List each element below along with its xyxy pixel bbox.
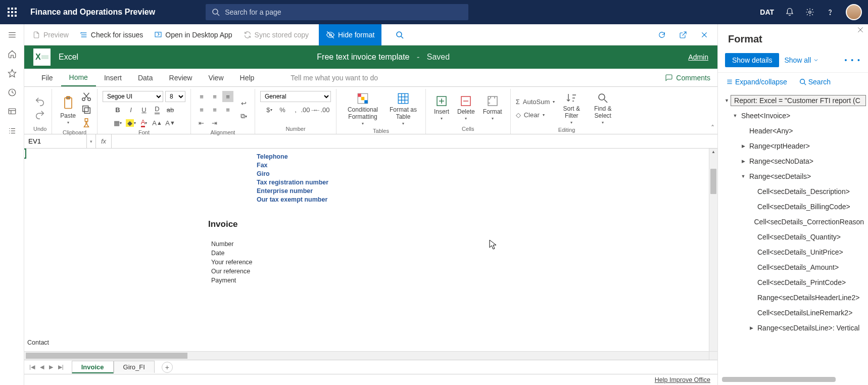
excel-user[interactable]: Admin [688,53,708,61]
ribbon-tab-review[interactable]: Review [161,69,201,86]
twisty-open-icon[interactable]: ▼ [723,98,731,103]
tree-node[interactable]: Cell<secDetails_Amount> [723,260,866,275]
currency-button[interactable]: $▾ [264,104,275,115]
ribbon-tab-home[interactable]: Home [61,69,96,86]
increase-decimal-button[interactable]: .00→ [303,104,314,115]
underline-button[interactable]: U [138,104,150,115]
twisty-closed-icon[interactable]: ▶ [739,143,747,149]
number-format-select[interactable]: General [260,91,331,102]
star-icon[interactable] [8,69,17,78]
bold-button[interactable]: B [112,104,123,115]
ribbon-tab-data[interactable]: Data [130,69,161,86]
grow-font-button[interactable]: A▲ [152,117,163,128]
close-button[interactable] [698,29,710,41]
hide-format-button[interactable]: Hide format [319,24,381,45]
clear-button[interactable]: ◇ Clear▾ [516,110,545,121]
tree-node[interactable]: ▼Sheet<Invoice> [723,108,866,123]
tree-node[interactable]: Cell<secDetails_CorrectionReason [723,214,866,229]
decrease-indent-button[interactable]: ⇤ [196,117,207,128]
ribbon-tab-help[interactable]: Help [232,69,263,86]
tree-node[interactable]: ▼Report: Excel = "Customer FTI report (C [723,93,866,108]
environment-badge[interactable]: DAT [760,8,774,16]
italic-button[interactable]: I [125,104,136,115]
align-right-button[interactable]: ≡ [222,104,233,115]
tree-node[interactable]: Cell<secDetails_UnitPrice> [723,245,866,260]
refresh-button[interactable] [656,29,668,41]
workspaces-icon[interactable] [8,107,17,116]
search-tree-button[interactable]: Search [799,78,831,86]
increase-indent-button[interactable]: ⇥ [209,117,220,128]
collapse-ribbon-button[interactable]: ˄ [711,124,714,132]
check-issues-button[interactable]: Check for issues [79,29,144,41]
sheet-tab-giro[interactable]: Giro_FI [114,361,155,373]
tree-node[interactable]: Cell<secDetails_BillingCode> [723,199,866,214]
double-underline-button[interactable]: D [152,104,163,115]
font-color-button[interactable]: A▾ [138,117,150,128]
tell-me-input[interactable]: Tell me what you want to do [282,69,386,86]
shrink-font-button[interactable]: A▼ [165,117,176,128]
align-left-button[interactable]: ≡ [196,104,207,115]
format-as-table-button[interactable]: Format as Table▾ [386,91,420,127]
formula-input[interactable] [112,134,717,148]
recent-icon[interactable] [8,88,17,97]
tree-node[interactable]: ▶Range<rptHeader> [723,138,866,154]
twisty-closed-icon[interactable]: ▶ [747,325,755,330]
vertical-scrollbar[interactable] [709,149,717,360]
ribbon-tab-view[interactable]: View [200,69,231,86]
help-improve-link[interactable]: Help Improve Office [655,376,710,383]
align-bottom-button[interactable]: ≡ [222,91,233,102]
format-cells-button[interactable]: Format▾ [480,94,505,122]
template-field[interactable]: Telephone [257,153,709,161]
font-name-select[interactable]: Segoe UI [103,91,163,102]
toolbar-search-button[interactable] [394,29,406,41]
copy-icon[interactable] [81,104,92,115]
cut-icon[interactable] [81,91,92,102]
name-box-input[interactable] [24,134,87,148]
sheet-nav-prev-icon[interactable]: ◀ [40,364,44,370]
tree-node[interactable]: Cell<secDetailsLineRemark2> [723,305,866,320]
strike-button[interactable]: ab [165,104,176,115]
template-field[interactable]: Tax registration number [257,178,709,187]
wrap-text-button[interactable]: ↩ [238,98,250,109]
twisty-open-icon[interactable]: ▼ [731,113,739,118]
template-field[interactable]: Your reference [211,258,709,267]
decrease-decimal-button[interactable]: ←.00 [316,104,327,115]
excel-document-name[interactable]: Free text invoice template [317,53,409,61]
format-painter-icon[interactable] [81,117,92,128]
tree-node[interactable]: Range<secDetailsHeaderLine2> [723,290,866,305]
autosum-button[interactable]: Σ AutoSum▾ [516,97,555,108]
template-field[interactable]: Number [211,239,709,249]
template-field[interactable]: Payment [211,276,709,285]
align-middle-button[interactable]: ≡ [209,91,220,102]
spreadsheet-grid[interactable]: Telephone Fax Giro Tax registration numb… [24,149,717,360]
find-select-button[interactable]: Find & Select▾ [588,91,617,126]
help-icon[interactable] [826,8,835,17]
sort-filter-button[interactable]: Sort & Filter▾ [557,91,586,126]
sheet-tab-invoice[interactable]: Invoice [72,361,114,373]
tree-node[interactable]: ▼Range<secDetails> [723,169,866,184]
modules-icon[interactable] [8,126,17,135]
sheet-nav-last-icon[interactable]: ▶| [58,364,64,370]
preview-button[interactable]: Preview [31,29,70,41]
user-avatar[interactable] [846,4,862,20]
panel-horizontal-scrollbar[interactable] [722,377,864,382]
template-field[interactable]: Enterprise number [257,187,709,196]
panel-close-button[interactable] [857,26,864,33]
insert-cells-button[interactable]: Insert▾ [431,94,452,122]
conditional-formatting-button[interactable]: Conditional Formatting▾ [342,91,384,127]
comma-button[interactable]: , [290,104,301,115]
border-button[interactable]: ▦▾ [112,117,123,128]
template-field[interactable]: Our reference [211,267,709,276]
sheet-nav-first-icon[interactable]: |◀ [29,364,35,370]
contact-label[interactable]: Contact [27,338,49,347]
tree-node[interactable]: Cell<secDetails_Quantity> [723,229,866,245]
hamburger-icon[interactable] [8,30,17,39]
font-size-select[interactable]: 8 [165,91,185,102]
tree-node[interactable]: Cell<secDetails_Description> [723,184,866,199]
show-details-button[interactable]: Show details [725,53,779,67]
template-field[interactable]: Giro [257,170,709,178]
fill-color-button[interactable]: ◆▾ [125,117,136,128]
redo-icon[interactable] [34,109,45,120]
template-field[interactable]: Fax [257,161,709,170]
tree-node[interactable]: ▶Range<secDetailsLine>: Vertical [723,320,866,335]
